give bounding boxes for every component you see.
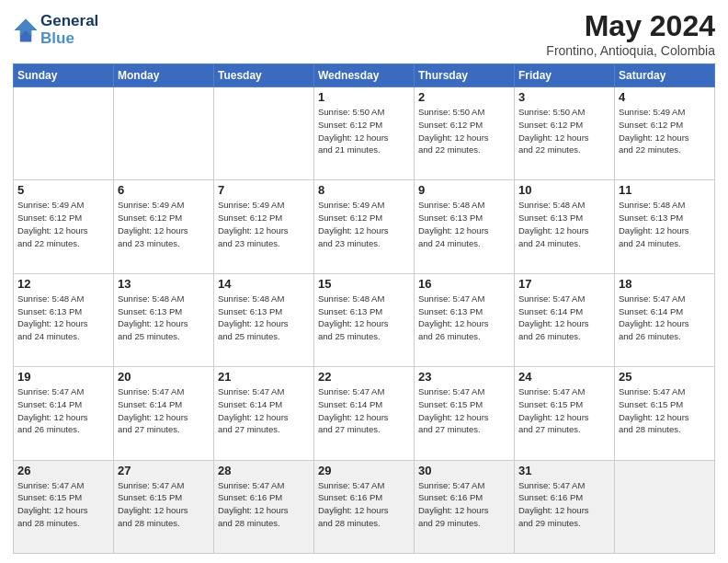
- day-number: 16: [418, 277, 510, 291]
- day-number: 11: [619, 183, 711, 197]
- title-block: May 2024 Frontino, Antioquia, Colombia: [546, 9, 715, 58]
- day-number: 31: [518, 464, 610, 477]
- calendar-cell: 22Sunrise: 5:47 AM Sunset: 6:14 PM Dayli…: [314, 367, 415, 460]
- day-info: Sunrise: 5:48 AM Sunset: 6:13 PM Dayligh…: [418, 199, 510, 249]
- calendar-cell: 27Sunrise: 5:47 AM Sunset: 6:15 PM Dayli…: [114, 460, 214, 553]
- day-info: Sunrise: 5:47 AM Sunset: 6:14 PM Dayligh…: [118, 385, 210, 436]
- calendar-cell: 23Sunrise: 5:47 AM Sunset: 6:15 PM Dayli…: [415, 367, 515, 460]
- calendar-cell: 8Sunrise: 5:49 AM Sunset: 6:12 PM Daylig…: [314, 180, 415, 273]
- calendar-cell: 13Sunrise: 5:48 AM Sunset: 6:13 PM Dayli…: [114, 273, 214, 366]
- day-number: 27: [118, 464, 210, 477]
- day-number: 14: [218, 277, 310, 291]
- calendar-cell: 15Sunrise: 5:48 AM Sunset: 6:13 PM Dayli…: [314, 273, 415, 366]
- day-info: Sunrise: 5:50 AM Sunset: 6:12 PM Dayligh…: [318, 106, 410, 156]
- day-info: Sunrise: 5:48 AM Sunset: 6:13 PM Dayligh…: [17, 293, 109, 343]
- calendar-cell: [114, 87, 214, 180]
- header: General Blue May 2024 Frontino, Antioqui…: [13, 9, 715, 58]
- calendar-cell: 9Sunrise: 5:48 AM Sunset: 6:13 PM Daylig…: [415, 180, 515, 273]
- day-number: 4: [619, 90, 711, 104]
- logo: General Blue: [13, 13, 98, 47]
- calendar-cell: 30Sunrise: 5:47 AM Sunset: 6:16 PM Dayli…: [415, 460, 515, 553]
- day-info: Sunrise: 5:47 AM Sunset: 6:14 PM Dayligh…: [518, 293, 610, 343]
- calendar-cell: 10Sunrise: 5:48 AM Sunset: 6:13 PM Dayli…: [515, 180, 615, 273]
- day-info: Sunrise: 5:47 AM Sunset: 6:14 PM Dayligh…: [619, 293, 711, 343]
- calendar-cell: 6Sunrise: 5:49 AM Sunset: 6:12 PM Daylig…: [114, 180, 214, 273]
- calendar-cell: 19Sunrise: 5:47 AM Sunset: 6:14 PM Dayli…: [14, 367, 114, 460]
- day-number: 10: [518, 183, 610, 197]
- day-info: Sunrise: 5:47 AM Sunset: 6:15 PM Dayligh…: [619, 385, 711, 436]
- calendar-cell: 29Sunrise: 5:47 AM Sunset: 6:16 PM Dayli…: [314, 460, 415, 553]
- month-title: May 2024: [546, 9, 715, 43]
- weekday-header-friday: Friday: [515, 64, 615, 87]
- day-number: 26: [17, 464, 109, 477]
- weekday-header-sunday: Sunday: [14, 64, 114, 87]
- calendar-cell: 3Sunrise: 5:50 AM Sunset: 6:12 PM Daylig…: [515, 87, 615, 180]
- day-info: Sunrise: 5:47 AM Sunset: 6:16 PM Dayligh…: [318, 479, 410, 530]
- day-number: 12: [17, 277, 109, 291]
- calendar-cell: 5Sunrise: 5:49 AM Sunset: 6:12 PM Daylig…: [14, 180, 114, 273]
- day-number: 19: [17, 370, 109, 384]
- calendar-cell: 25Sunrise: 5:47 AM Sunset: 6:15 PM Dayli…: [615, 367, 715, 460]
- calendar-week-row: 26Sunrise: 5:47 AM Sunset: 6:15 PM Dayli…: [14, 460, 715, 553]
- day-info: Sunrise: 5:49 AM Sunset: 6:12 PM Dayligh…: [318, 199, 410, 249]
- day-info: Sunrise: 5:50 AM Sunset: 6:12 PM Dayligh…: [418, 106, 510, 156]
- day-number: 29: [318, 464, 410, 477]
- day-info: Sunrise: 5:48 AM Sunset: 6:13 PM Dayligh…: [518, 199, 610, 249]
- day-number: 21: [218, 370, 310, 384]
- calendar-cell: 24Sunrise: 5:47 AM Sunset: 6:15 PM Dayli…: [515, 367, 615, 460]
- day-info: Sunrise: 5:47 AM Sunset: 6:15 PM Dayligh…: [518, 385, 610, 436]
- day-info: Sunrise: 5:47 AM Sunset: 6:14 PM Dayligh…: [17, 385, 109, 436]
- day-info: Sunrise: 5:47 AM Sunset: 6:16 PM Dayligh…: [218, 479, 310, 530]
- day-number: 18: [619, 277, 711, 291]
- calendar-week-row: 5Sunrise: 5:49 AM Sunset: 6:12 PM Daylig…: [14, 180, 715, 273]
- logo-text-line2: Blue: [40, 30, 98, 48]
- calendar-cell: 7Sunrise: 5:49 AM Sunset: 6:12 PM Daylig…: [214, 180, 314, 273]
- day-number: 20: [118, 370, 210, 384]
- page: General Blue May 2024 Frontino, Antioqui…: [0, 0, 728, 563]
- day-info: Sunrise: 5:50 AM Sunset: 6:12 PM Dayligh…: [518, 106, 610, 156]
- calendar-cell: 1Sunrise: 5:50 AM Sunset: 6:12 PM Daylig…: [314, 87, 415, 180]
- calendar-cell: 21Sunrise: 5:47 AM Sunset: 6:14 PM Dayli…: [214, 367, 314, 460]
- calendar-week-row: 12Sunrise: 5:48 AM Sunset: 6:13 PM Dayli…: [14, 273, 715, 366]
- weekday-header-saturday: Saturday: [615, 64, 715, 87]
- day-number: 9: [418, 183, 510, 197]
- day-info: Sunrise: 5:49 AM Sunset: 6:12 PM Dayligh…: [218, 199, 310, 249]
- day-info: Sunrise: 5:48 AM Sunset: 6:13 PM Dayligh…: [118, 293, 210, 343]
- day-number: 15: [318, 277, 410, 291]
- calendar-cell: [615, 460, 715, 553]
- calendar-cell: 16Sunrise: 5:47 AM Sunset: 6:13 PM Dayli…: [415, 273, 515, 366]
- weekday-header-wednesday: Wednesday: [314, 64, 415, 87]
- calendar-cell: 26Sunrise: 5:47 AM Sunset: 6:15 PM Dayli…: [14, 460, 114, 553]
- calendar-cell: 17Sunrise: 5:47 AM Sunset: 6:14 PM Dayli…: [515, 273, 615, 366]
- weekday-header-tuesday: Tuesday: [214, 64, 314, 87]
- day-number: 23: [418, 370, 510, 384]
- calendar-cell: 4Sunrise: 5:49 AM Sunset: 6:12 PM Daylig…: [615, 87, 715, 180]
- calendar-cell: 12Sunrise: 5:48 AM Sunset: 6:13 PM Dayli…: [14, 273, 114, 366]
- day-info: Sunrise: 5:47 AM Sunset: 6:14 PM Dayligh…: [318, 385, 410, 436]
- day-info: Sunrise: 5:47 AM Sunset: 6:15 PM Dayligh…: [118, 479, 210, 530]
- day-info: Sunrise: 5:47 AM Sunset: 6:16 PM Dayligh…: [518, 479, 610, 530]
- day-number: 5: [17, 183, 109, 197]
- day-info: Sunrise: 5:48 AM Sunset: 6:13 PM Dayligh…: [318, 293, 410, 343]
- day-number: 1: [318, 90, 410, 104]
- calendar-cell: [214, 87, 314, 180]
- day-info: Sunrise: 5:47 AM Sunset: 6:13 PM Dayligh…: [418, 293, 510, 343]
- calendar-week-row: 1Sunrise: 5:50 AM Sunset: 6:12 PM Daylig…: [14, 87, 715, 180]
- day-number: 24: [518, 370, 610, 384]
- day-number: 2: [418, 90, 510, 104]
- day-number: 22: [318, 370, 410, 384]
- day-number: 30: [418, 464, 510, 477]
- day-info: Sunrise: 5:49 AM Sunset: 6:12 PM Dayligh…: [619, 106, 711, 156]
- logo-icon: [13, 17, 39, 43]
- day-info: Sunrise: 5:48 AM Sunset: 6:13 PM Dayligh…: [218, 293, 310, 343]
- weekday-header-thursday: Thursday: [415, 64, 515, 87]
- weekday-header-row: SundayMondayTuesdayWednesdayThursdayFrid…: [14, 64, 715, 87]
- calendar-cell: 28Sunrise: 5:47 AM Sunset: 6:16 PM Dayli…: [214, 460, 314, 553]
- day-number: 8: [318, 183, 410, 197]
- calendar-cell: 2Sunrise: 5:50 AM Sunset: 6:12 PM Daylig…: [415, 87, 515, 180]
- calendar-cell: [14, 87, 114, 180]
- day-number: 25: [619, 370, 711, 384]
- logo-text-line1: General: [40, 13, 98, 30]
- day-number: 3: [518, 90, 610, 104]
- calendar-cell: 31Sunrise: 5:47 AM Sunset: 6:16 PM Dayli…: [515, 460, 615, 553]
